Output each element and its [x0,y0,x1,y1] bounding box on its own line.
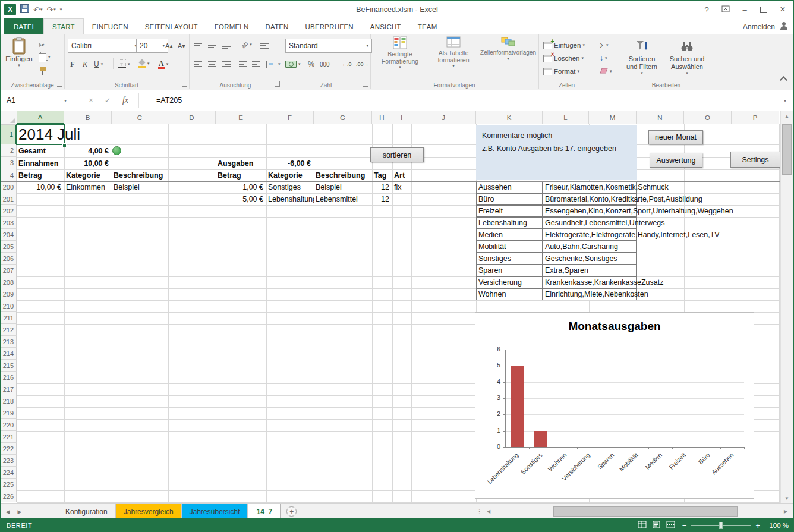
cell-styles-button[interactable]: Zellenformatvorlagen ▾ [480,36,537,80]
insert-cells-button[interactable]: Einfügen▾ [543,39,585,51]
cell-H201[interactable]: 12 [372,193,392,205]
cell-F3[interactable]: -6,00 € [266,157,314,169]
row-header-213[interactable]: 213 [1,336,17,348]
wrap-text-button[interactable] [260,40,269,52]
cell-I4[interactable]: Art [392,169,411,181]
scroll-down-button[interactable]: ▼ [781,493,793,503]
maximize-button[interactable] [754,1,773,18]
hscroll-right-button[interactable]: ▶ [780,504,791,519]
cell-C4[interactable]: Beschreibung [112,169,168,181]
cell-L208[interactable]: Krankenkasse,KrankenkasseZusatz [543,276,637,288]
row-header-218[interactable]: 218 [1,395,17,407]
align-center-button[interactable] [208,58,216,70]
cut-button[interactable]: ✂ [39,39,45,51]
cell-L200[interactable]: Friseur,Klamotten,Kosmetik,Schmuck [543,181,637,193]
row-header-226[interactable]: 226 [1,490,17,502]
zoom-slider-thumb[interactable] [719,522,723,529]
cell-F200[interactable]: Sonstiges [266,181,314,193]
settings-button[interactable]: Settings [730,152,780,168]
row-header-201[interactable]: 201 [1,193,17,205]
column-header-A[interactable]: A [17,111,64,124]
row-header-200[interactable]: 200 [1,181,17,193]
auswertung-button[interactable]: Auswertung [650,153,702,168]
cell-K209[interactable]: Wohnen [476,288,543,300]
row-header-212[interactable]: 212 [1,324,17,336]
neuer-monat-button[interactable]: neuer Monat [648,130,703,144]
cell-K201[interactable]: Büro [476,193,543,205]
row-header-225[interactable]: 225 [1,479,17,490]
cell-F4[interactable]: Kategorie [266,169,314,181]
increase-decimal-button[interactable]: ←.0 [342,58,352,70]
number-dialog-launcher[interactable] [363,81,368,87]
comma-style-button[interactable]: 000 [320,58,330,70]
tab-splitter[interactable]: ⋮ [476,504,483,519]
format-as-table-button[interactable]: Als Tabelle formatieren ▾ [428,36,478,80]
cell-K203[interactable]: Lebenshaltung [476,217,543,229]
align-left-button[interactable] [194,58,202,70]
cell-K207[interactable]: Sparen [476,265,543,276]
column-header-M[interactable]: M [589,111,637,124]
sheet-tab-14-7[interactable]: 14_7 [248,504,281,519]
help-button[interactable]: ? [697,1,716,18]
cell-G4[interactable]: Beschreibung [314,169,372,181]
cell-L207[interactable]: Extra,Sparen [543,265,637,276]
row-header-217[interactable]: 217 [1,383,17,395]
font-dialog-launcher[interactable] [182,81,187,87]
row-header-222[interactable]: 222 [1,443,17,455]
zoom-slider[interactable] [691,525,751,526]
cancel-button[interactable]: × [84,90,98,111]
decrease-indent-button[interactable] [239,58,247,70]
column-header-E[interactable]: E [216,111,266,124]
ribbon-tab-daten[interactable]: DATEN [257,18,297,34]
row-header-224[interactable]: 224 [1,467,17,479]
close-button[interactable]: × [773,1,792,18]
zoom-level[interactable]: 100 % [765,522,789,529]
cell-A3[interactable]: Einnahmen [17,157,64,169]
number-format-select[interactable]: Standard ▾ [285,39,372,53]
column-header-C[interactable]: C [112,111,168,124]
font-color-button[interactable]: A▾ [158,58,168,70]
cell-I200[interactable]: fix [392,181,411,193]
font-size-select[interactable]: 20 ▾ [136,39,168,53]
enter-button[interactable]: ✓ [100,90,115,111]
cell-L205[interactable]: Auto,Bahn,Carsharing [543,241,637,253]
sheet-tab-jahres-bersicht[interactable]: Jahresübersicht [182,504,248,519]
row-header-203[interactable]: 203 [1,217,17,229]
row-header-3[interactable]: 3 [1,157,17,169]
column-header-I[interactable]: I [392,111,411,124]
sheet-nav-right-button[interactable]: ▶ [14,504,26,519]
cell-E3[interactable]: Ausgaben [216,157,266,169]
row-header-4[interactable]: 4 [1,169,17,181]
name-box-dropdown-icon[interactable]: ▾ [60,98,71,103]
sortieren-button[interactable]: sortieren [370,147,424,162]
select-all-button[interactable] [1,111,17,125]
new-sheet-button[interactable]: + [286,506,297,517]
autosum-button[interactable]: Σ▾ [600,39,609,51]
column-header-D[interactable]: D [168,111,216,124]
column-header-O[interactable]: O [684,111,732,124]
ribbon-tab-seitenlayout[interactable]: SEITENLAYOUT [137,18,206,34]
grow-font-button[interactable]: A▴ [165,40,173,52]
paste-button[interactable]: Einfügen ▾ [2,36,36,80]
column-header-P[interactable]: P [732,111,779,124]
ribbon-tab-datei[interactable]: DATEI [4,18,43,34]
column-header-K[interactable]: K [476,111,543,124]
collapse-ribbon-button[interactable] [781,74,786,85]
font-name-select[interactable]: Calibri ▾ [68,39,140,53]
undo-dropdown-icon[interactable]: ▾ [40,7,43,12]
row-header-2[interactable]: 2 [1,144,17,157]
zoom-out-button[interactable]: − [682,521,687,530]
column-header-G[interactable]: G [314,111,372,124]
ribbon-tab-formeln[interactable]: FORMELN [206,18,257,34]
cell-H200[interactable]: 12 [372,181,392,193]
column-header-J[interactable]: J [411,111,476,124]
borders-button[interactable]: ▾ [118,58,130,70]
row-header-202[interactable]: 202 [1,205,17,217]
conditional-formatting-button[interactable]: Bedingte Formatierung ▾ [374,36,426,80]
cell-K200[interactable]: Aussehen [476,181,543,193]
row-header-1[interactable]: 1 [1,124,17,144]
sort-filter-button[interactable]: Sortieren und Filtern ▾ [622,36,661,80]
row-header-214[interactable]: 214 [1,348,17,360]
redo-dropdown-icon[interactable]: ▾ [53,7,56,12]
cell-A2[interactable]: Gesamt [17,144,64,157]
